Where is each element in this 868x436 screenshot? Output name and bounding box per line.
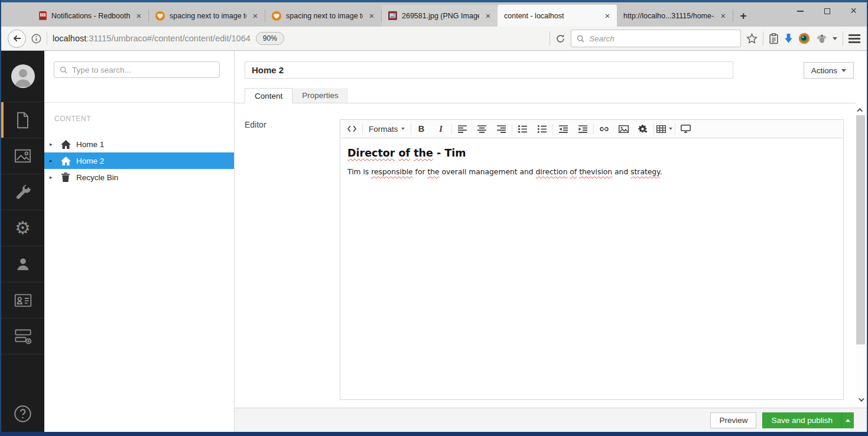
close-icon	[850, 5, 857, 17]
minimize-icon	[797, 11, 804, 12]
scroll-down-icon[interactable]	[856, 395, 866, 404]
expand-caret-icon[interactable]	[50, 175, 55, 180]
save-and-publish-button[interactable]: Save and publish	[762, 412, 841, 428]
tree-search-box[interactable]	[54, 61, 220, 78]
tree-search-input[interactable]	[72, 66, 214, 74]
content-tree-panel: CONTENT Home 1 Home 2 Recycle Bin	[44, 51, 235, 432]
bullet-list-icon[interactable]	[513, 121, 532, 137]
extension-eye-icon[interactable]	[798, 32, 810, 44]
scrollbar-thumb[interactable]	[856, 115, 865, 344]
rail-item-content[interactable]	[1, 102, 44, 138]
minimize-button[interactable]	[787, 2, 814, 19]
gear-icon: ⚙	[15, 219, 31, 237]
tree-item-home-1[interactable]: Home 1	[44, 136, 234, 152]
image-file-icon	[388, 11, 397, 20]
reload-icon[interactable]	[555, 34, 565, 44]
align-left-icon[interactable]	[453, 121, 472, 137]
bookmark-star-icon[interactable]	[746, 33, 758, 44]
browser-navbar: localhost:31115/umbraco#/content/content…	[1, 27, 867, 51]
tab-close-icon[interactable]	[251, 11, 259, 21]
browser-tab-spacing-2[interactable]: spacing next to image to...	[265, 5, 381, 27]
numbered-list-icon[interactable]	[532, 121, 552, 137]
extension-menu-caret-icon[interactable]	[833, 37, 837, 40]
url-text[interactable]: localhost:31115/umbraco#/content/content…	[53, 34, 251, 43]
rail-item-developer[interactable]: ⚙	[1, 210, 44, 246]
table-dropdown[interactable]	[655, 121, 674, 137]
insert-image-icon[interactable]	[614, 121, 633, 137]
search-input[interactable]	[589, 34, 735, 43]
tab-label: Content	[255, 92, 282, 100]
rail-item-members[interactable]	[1, 282, 44, 318]
bookmarks-clipboard-icon[interactable]	[769, 33, 779, 44]
macro-gear-icon[interactable]	[633, 121, 653, 137]
rail-item-settings[interactable]	[1, 174, 44, 210]
site-info-icon[interactable]	[31, 34, 41, 44]
rail-item-media[interactable]	[1, 138, 44, 174]
download-icon[interactable]	[784, 34, 793, 43]
browser-tab-redbooth[interactable]: Notifications - Redbooth	[32, 5, 148, 27]
rail-item-forms[interactable]	[1, 318, 44, 354]
back-arrow-icon	[12, 34, 22, 43]
save-options-button[interactable]	[841, 412, 854, 428]
content-scrollbar[interactable]	[856, 105, 866, 404]
address-bar[interactable]: localhost:31115/umbraco#/content/content…	[31, 32, 544, 45]
align-right-icon[interactable]	[492, 121, 511, 137]
navbar-separator	[763, 31, 763, 45]
tab-title: content - localhost	[504, 12, 599, 20]
rail-item-users[interactable]	[1, 246, 44, 282]
tab-close-icon[interactable]	[719, 11, 727, 21]
content-heading[interactable]: Director of the - Tim	[347, 147, 836, 159]
tab-close-icon[interactable]	[603, 11, 612, 21]
wrench-icon	[15, 184, 31, 200]
link-icon[interactable]	[594, 121, 614, 137]
italic-button[interactable]: I	[431, 121, 451, 137]
new-tab-button[interactable]	[733, 5, 753, 27]
expand-caret-icon[interactable]	[50, 158, 55, 164]
person-icon	[15, 256, 31, 272]
toolbar-separator	[362, 123, 363, 135]
indent-icon[interactable]	[573, 121, 593, 137]
tab-title: 269581.jpg (PNG Image, 1...	[402, 12, 479, 20]
bold-button[interactable]: B	[412, 121, 431, 137]
tab-content[interactable]: Content	[245, 88, 292, 103]
rail-item-help[interactable]	[1, 395, 44, 432]
rte-content[interactable]: Director of the - Tim Tim is responsible…	[340, 138, 843, 182]
tree-item-home-2[interactable]: Home 2	[44, 152, 234, 169]
close-button[interactable]	[840, 2, 867, 19]
formats-dropdown[interactable]: Formats	[363, 121, 410, 137]
content-paragraph[interactable]: Tim is responsible for the overall manag…	[347, 168, 836, 176]
url-path: :31115/umbraco#/content/content/edit/106…	[86, 34, 251, 43]
expand-caret-icon[interactable]	[50, 142, 55, 147]
scroll-up-icon[interactable]	[856, 105, 866, 115]
id-card-icon	[14, 293, 32, 308]
maximize-button[interactable]	[814, 2, 840, 19]
home-icon	[60, 140, 71, 149]
tree-items: Home 1 Home 2 Recycle Bin	[44, 136, 234, 186]
extension-fly-icon[interactable]	[815, 33, 827, 44]
maximize-icon	[824, 8, 830, 14]
page-title-input[interactable]	[245, 61, 733, 79]
zoom-level-badge[interactable]: 90%	[256, 32, 284, 45]
browser-tab-image[interactable]: 269581.jpg (PNG Image, 1...	[382, 5, 498, 27]
tab-title: http://localho...31115/home-2/	[623, 12, 714, 20]
tree-item-recycle-bin[interactable]: Recycle Bin	[44, 169, 234, 186]
menu-hamburger-icon[interactable]	[849, 34, 860, 43]
browser-tab-content-localhost[interactable]: content - localhost	[498, 5, 617, 27]
user-avatar-block[interactable]	[1, 51, 44, 102]
tab-close-icon[interactable]	[484, 11, 492, 21]
navbar-separator	[843, 31, 843, 45]
tab-properties[interactable]: Properties	[292, 88, 348, 103]
browser-tab-home2[interactable]: http://localho...31115/home-2/	[617, 5, 733, 27]
outdent-icon[interactable]	[554, 121, 573, 137]
align-center-icon[interactable]	[472, 121, 492, 137]
tab-close-icon[interactable]	[135, 11, 143, 21]
actions-button[interactable]: Actions	[804, 62, 854, 79]
source-code-icon[interactable]	[342, 121, 362, 137]
tab-close-icon[interactable]	[368, 11, 376, 21]
preview-button[interactable]: Preview	[710, 412, 756, 428]
fullscreen-icon[interactable]	[676, 121, 695, 137]
search-bar[interactable]	[571, 30, 741, 47]
toolbar-separator	[593, 123, 594, 135]
browser-tab-spacing-1[interactable]: spacing next to image to...	[149, 5, 265, 27]
back-button[interactable]	[8, 30, 26, 48]
